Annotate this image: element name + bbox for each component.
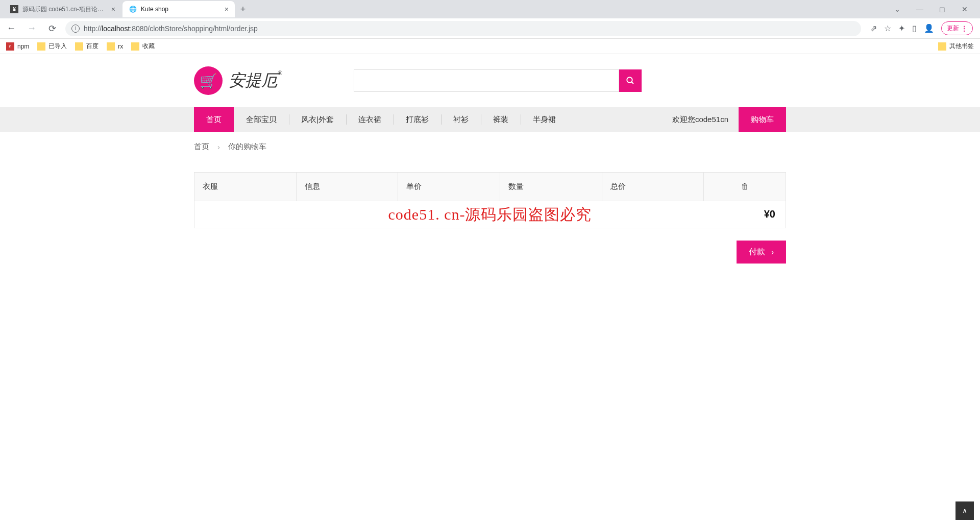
- chevron-right-icon: ›: [771, 248, 774, 257]
- globe-icon: 🌐: [129, 5, 137, 13]
- cart-summary: 总计 ¥0: [194, 201, 786, 228]
- tab-title: 源码乐园 code51.cn-项目论文代: [22, 5, 107, 14]
- tab-inactive[interactable]: ¥ 源码乐园 code51.cn-项目论文代 ×: [4, 1, 121, 17]
- bookmark-baidu[interactable]: 百度: [75, 42, 99, 51]
- info-icon[interactable]: i: [71, 25, 80, 33]
- col-product: 衣服: [194, 173, 297, 201]
- cart-table: 衣服 信息 单价 数量 总价 🗑: [194, 172, 786, 201]
- chevron-down-icon[interactable]: ⌄: [890, 2, 904, 16]
- tab-active[interactable]: 🌐 Kute shop ×: [122, 1, 235, 17]
- share-icon[interactable]: ⇗: [870, 23, 877, 33]
- col-delete: 🗑: [704, 173, 786, 201]
- close-icon[interactable]: ×: [225, 5, 229, 13]
- col-total: 总价: [602, 173, 704, 201]
- profile-icon[interactable]: 👤: [924, 23, 934, 33]
- folder-icon: [37, 42, 45, 51]
- trash-icon: 🗑: [741, 182, 749, 190]
- extensions-icon[interactable]: ✦: [898, 23, 905, 33]
- favicon-y-icon: ¥: [10, 5, 18, 13]
- svg-point-0: [627, 77, 632, 83]
- bookmark-other[interactable]: 其他书签: [938, 42, 974, 51]
- col-price: 单价: [398, 173, 500, 201]
- nav-pants[interactable]: 裤装: [481, 107, 521, 132]
- nav-base[interactable]: 打底衫: [394, 107, 441, 132]
- nav-shirt[interactable]: 衬衫: [441, 107, 481, 132]
- nav-cart[interactable]: 购物车: [739, 107, 786, 132]
- new-tab-button[interactable]: +: [236, 2, 250, 16]
- bookmark-npm[interactable]: nnpm: [6, 42, 29, 51]
- main-nav: 首页 全部宝贝 风衣|外套 连衣裙 打底衫 衬衫 裤装 半身裙 欢迎您code5…: [0, 107, 980, 132]
- panel-icon[interactable]: ▯: [912, 23, 917, 33]
- search-input[interactable]: [354, 69, 619, 92]
- logo-text: 安提厄®: [229, 69, 282, 92]
- address-bar: ← → ⟳ i http://localhost:8080/clothStore…: [0, 18, 980, 39]
- chevron-right-icon: ›: [217, 142, 220, 151]
- address-actions: ⇗ ☆ ✦ ▯ 👤 更新 ⋮: [867, 21, 976, 35]
- minimize-icon[interactable]: —: [913, 2, 927, 16]
- folder-icon: [75, 42, 83, 51]
- reload-button[interactable]: ⟳: [45, 21, 59, 36]
- maximize-icon[interactable]: ◻: [935, 2, 949, 16]
- update-button[interactable]: 更新 ⋮: [941, 21, 973, 35]
- search-box: [354, 69, 642, 92]
- nav-all[interactable]: 全部宝贝: [234, 107, 289, 132]
- more-icon: ⋮: [961, 25, 967, 32]
- breadcrumb-home[interactable]: 首页: [194, 142, 209, 152]
- nav-welcome: 欢迎您code51cn: [662, 107, 739, 132]
- col-info: 信息: [297, 173, 399, 201]
- site-logo[interactable]: 🛒 安提厄®: [194, 66, 282, 95]
- window-controls: ⌄ — ◻ ✕: [890, 2, 976, 16]
- pay-button[interactable]: 付款 ›: [737, 241, 786, 264]
- nav-skirt[interactable]: 半身裙: [521, 107, 568, 132]
- forward-button[interactable]: →: [24, 21, 39, 36]
- pay-row: 付款 ›: [194, 241, 786, 264]
- close-icon[interactable]: ×: [111, 5, 115, 13]
- npm-icon: n: [6, 42, 14, 51]
- update-label: 更新: [947, 24, 959, 33]
- breadcrumb-current: 你的购物车: [228, 142, 266, 152]
- svg-line-1: [631, 82, 633, 84]
- bookmark-rx[interactable]: rx: [107, 42, 123, 51]
- bookmark-bar: nnpm 已导入 百度 rx 收藏 其他书签: [0, 39, 980, 54]
- bookmark-imported[interactable]: 已导入: [37, 42, 67, 51]
- browser-chrome: ¥ 源码乐园 code51.cn-项目论文代 × 🌐 Kute shop × +…: [0, 0, 980, 54]
- folder-icon: [131, 42, 139, 51]
- folder-icon: [938, 42, 946, 51]
- search-button[interactable]: [619, 69, 642, 92]
- cart-icon: 🛒: [194, 66, 223, 95]
- pay-label: 付款: [749, 247, 765, 257]
- back-button[interactable]: ←: [4, 21, 18, 36]
- col-qty: 数量: [500, 173, 602, 201]
- site-header: 🛒 安提厄®: [194, 54, 786, 107]
- bookmark-favorites[interactable]: 收藏: [131, 42, 155, 51]
- nav-dress[interactable]: 连衣裙: [346, 107, 394, 132]
- summary-value: ¥0: [764, 208, 775, 221]
- page-content: 🛒 安提厄® 首页 全部宝贝 风衣|外套 连衣裙 打底衫 衬衫 裤装 半身裙 欢…: [0, 54, 980, 264]
- url-text: http://localhost:8080/clothStore/shoppin…: [84, 25, 258, 33]
- folder-icon: [107, 42, 115, 51]
- star-icon[interactable]: ☆: [884, 23, 891, 33]
- nav-coat[interactable]: 风衣|外套: [289, 107, 346, 132]
- tab-title: Kute shop: [141, 6, 220, 13]
- url-input[interactable]: i http://localhost:8080/clothStore/shopp…: [65, 21, 861, 36]
- breadcrumb: 首页 › 你的购物车: [194, 132, 786, 162]
- close-window-icon[interactable]: ✕: [958, 2, 972, 16]
- table-header: 衣服 信息 单价 数量 总价 🗑: [194, 172, 786, 201]
- search-icon: [626, 76, 635, 85]
- tab-bar: ¥ 源码乐园 code51.cn-项目论文代 × 🌐 Kute shop × +…: [0, 0, 980, 18]
- nav-home[interactable]: 首页: [194, 107, 234, 132]
